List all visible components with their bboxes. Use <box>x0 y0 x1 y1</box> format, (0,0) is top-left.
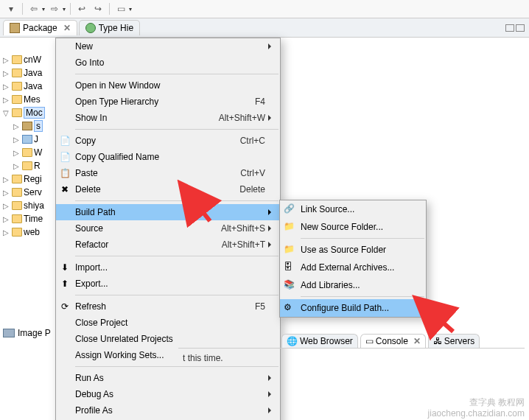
project-icon <box>12 82 22 91</box>
project-icon <box>12 69 22 77</box>
separator <box>70 3 71 15</box>
dropdown-icon[interactable]: ▾ <box>42 6 45 13</box>
submenu-link-source[interactable]: 🔗Link Source... <box>280 200 426 218</box>
menu-debug-as[interactable]: Debug As <box>56 386 280 402</box>
expand-icon[interactable]: ▷ <box>3 69 10 77</box>
separator <box>75 295 278 295</box>
submenu-use-as-source-folder[interactable]: 📁Use as Source Folder <box>280 241 426 259</box>
expand-icon[interactable]: ▷ <box>3 56 10 64</box>
console-body: t this time. <box>178 349 525 368</box>
toolbar-dropdown-icon[interactable]: ▾ <box>4 2 18 15</box>
submenu-new-source-folder[interactable]: 📁New Source Folder... <box>280 218 426 236</box>
menu-delete[interactable]: ✖DeleteDelete <box>56 181 280 197</box>
expand-icon[interactable]: ▷ <box>3 175 10 183</box>
dropdown-icon[interactable]: ▾ <box>129 6 132 13</box>
submenu-add-libraries[interactable]: 📚Add Libraries... <box>280 276 426 294</box>
copy-icon: 📄 <box>59 135 71 147</box>
view-controls <box>505 24 525 32</box>
menu-paste[interactable]: 📋PasteCtrl+V <box>56 165 280 181</box>
nav-fwd-icon[interactable]: ⇨ <box>48 2 61 15</box>
folder-icon <box>22 148 32 157</box>
expand-icon[interactable]: ▷ <box>13 149 21 157</box>
close-icon[interactable]: ✕ <box>413 336 421 346</box>
expand-icon[interactable]: ▷ <box>3 202 10 210</box>
menu-refresh[interactable]: ⟳RefreshF5 <box>56 298 280 315</box>
menu-close-project[interactable]: Close Project <box>56 315 280 331</box>
tab-label: Package <box>23 23 57 33</box>
project-icon <box>12 175 22 183</box>
tab-web-browser[interactable]: 🌐Web Browser <box>281 334 358 348</box>
separator <box>301 238 424 239</box>
menu-build-path[interactable]: Build Path <box>56 204 280 220</box>
annotation-arrow <box>177 181 214 227</box>
globe-icon: 🌐 <box>287 336 298 346</box>
package-icon <box>10 23 20 33</box>
minimize-view-icon[interactable] <box>505 24 514 32</box>
paste-icon: 📋 <box>59 167 71 179</box>
project-icon <box>12 228 22 237</box>
gear-icon: ⚙ <box>284 302 295 314</box>
menu-refactor[interactable]: RefactorAlt+Shift+T <box>56 237 280 253</box>
expand-icon[interactable]: ▷ <box>3 215 10 223</box>
menu-export[interactable]: ⬆Export... <box>56 276 280 292</box>
arrow-right-icon[interactable]: ↪ <box>91 2 105 15</box>
submenu-configure-build-path[interactable]: ⚙Configure Build Path... <box>280 299 426 317</box>
maximize-view-icon[interactable] <box>516 24 525 32</box>
folder-icon <box>22 161 32 170</box>
expand-icon[interactable]: ▷ <box>13 136 21 144</box>
copy-icon: 📄 <box>59 151 71 163</box>
separator <box>75 74 278 74</box>
menu-show-in[interactable]: Show InAlt+Shift+W <box>56 110 280 126</box>
close-icon[interactable]: ✕ <box>63 23 71 33</box>
menu-go-into[interactable]: Go Into <box>56 55 280 71</box>
project-icon <box>12 55 22 64</box>
servers-icon: 🖧 <box>433 336 442 346</box>
main-toolbar: ▾ ⇦ ▾ ⇨ ▾ ↩ ↪ ▭ ▾ <box>0 0 529 18</box>
expand-icon[interactable]: ▷ <box>13 122 21 130</box>
tab-type-hierarchy[interactable]: Type Hie <box>79 20 140 35</box>
shortcut-label: Ctrl+V <box>240 168 265 178</box>
menu-copy-qualified[interactable]: 📄Copy Qualified Name <box>56 149 280 165</box>
submenu-add-external-archives[interactable]: 🗄Add External Archives... <box>280 259 426 276</box>
expand-icon[interactable]: ▷ <box>3 96 10 104</box>
annotation-arrow <box>413 295 457 337</box>
menu-open-new-window[interactable]: Open in New Window <box>56 77 280 94</box>
menu-new[interactable]: New <box>56 38 280 55</box>
menu-run-as[interactable]: Run As <box>56 370 280 386</box>
menu-source[interactable]: SourceAlt+Shift+S <box>56 220 280 237</box>
export-icon: ⬆ <box>59 278 71 290</box>
dropdown-icon[interactable]: ▾ <box>63 6 66 13</box>
menu-copy[interactable]: 📄CopyCtrl+C <box>56 133 280 149</box>
menu-profile-as[interactable]: Profile As <box>56 402 280 419</box>
shortcut-label: Delete <box>239 184 265 195</box>
source-folder-icon <box>22 122 32 130</box>
shortcut-label: Alt+Shift+S <box>221 223 265 234</box>
menu-import[interactable]: ⬇Import... <box>56 259 280 276</box>
view-tab-bar: Package ✕ Type Hie <box>0 18 529 38</box>
project-icon <box>12 95 22 104</box>
expand-icon[interactable]: ▷ <box>13 162 21 170</box>
nav-back-icon[interactable]: ⇦ <box>27 2 41 15</box>
expand-icon[interactable]: ▷ <box>3 83 10 91</box>
separator <box>109 3 110 15</box>
expand-icon[interactable]: ▷ <box>3 228 10 237</box>
import-icon: ⬇ <box>59 262 71 273</box>
menu-icon[interactable]: ▭ <box>114 2 127 15</box>
image-preview-view[interactable]: Image P <box>3 328 51 338</box>
view-label: Image P <box>18 328 51 338</box>
separator <box>75 129 278 130</box>
console-icon: ▭ <box>365 336 374 346</box>
delete-icon: ✖ <box>59 183 71 195</box>
separator <box>301 296 424 297</box>
build-path-submenu: 🔗Link Source... 📁New Source Folder... 📁U… <box>279 200 427 318</box>
folder-plus-icon: 📁 <box>284 244 295 256</box>
tab-package-explorer[interactable]: Package ✕ <box>3 20 77 35</box>
library-icon <box>22 135 32 144</box>
expand-icon[interactable]: ▷ <box>3 189 10 197</box>
shortcut-label: Ctrl+C <box>240 136 265 146</box>
arrow-left-icon[interactable]: ↩ <box>75 2 88 15</box>
tab-label: Type Hie <box>99 23 133 33</box>
collapse-icon[interactable]: ▽ <box>3 109 10 117</box>
menu-open-type-hierarchy[interactable]: Open Type HierarchyF4 <box>56 94 280 110</box>
project-icon <box>12 188 22 197</box>
